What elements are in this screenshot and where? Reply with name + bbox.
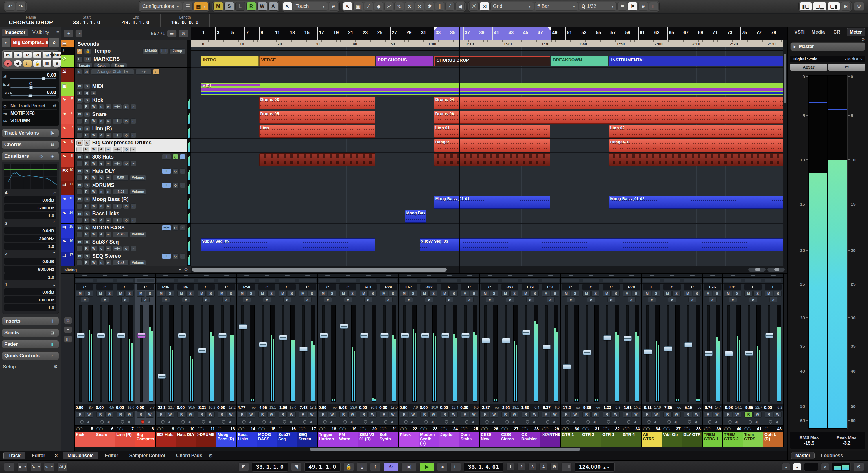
vertical-scrollbar[interactable]	[783, 40, 787, 266]
play-button[interactable]: ▶	[419, 462, 434, 472]
fader-handle[interactable]	[198, 348, 206, 353]
mute-button[interactable]: M	[157, 291, 165, 296]
no-fade-icon[interactable]: �husk	[53, 52, 61, 58]
zoom-sliders[interactable]	[748, 267, 785, 272]
primary-time-display[interactable]: 36. 1. 4. 61	[464, 462, 503, 472]
tab-editor[interactable]: Editor	[100, 452, 123, 459]
channel-strip-trem-gtrs-2[interactable]: L31MSe-9.98-14.1RW◀◯◯40TREM GTRS 2	[723, 274, 743, 447]
channel-volume-value[interactable]: 0.00	[400, 405, 407, 410]
write-button[interactable]: W	[207, 411, 215, 418]
channel-strip-moog-bass[interactable]: CMSe-4.95-13.1RW◀◯◯15MOOG BASS	[257, 274, 277, 447]
group-edit-icon[interactable]: ≡	[91, 90, 96, 96]
fader-handle[interactable]	[259, 342, 267, 347]
right-locator-display[interactable]: 49. 1. 1. 0	[304, 462, 341, 472]
channel-volume-value[interactable]: -9.39	[582, 405, 591, 410]
edit-icon[interactable]: e	[76, 69, 82, 75]
volume-label[interactable]: Volume	[130, 260, 146, 265]
audio-event[interactable]	[259, 153, 375, 166]
read-button[interactable]: R	[421, 411, 429, 418]
record-enable-button[interactable]	[404, 420, 408, 423]
audio-event[interactable]	[609, 153, 787, 166]
edit-channel-button[interactable]: e	[324, 297, 332, 302]
fader-handle[interactable]	[158, 374, 166, 379]
channel-strip-kick[interactable]: CMSe0.00-8.4RW◀◯◯5Kick	[75, 274, 95, 447]
channel-strip-cs-doubler[interactable]: L79MSe1.63-0.4RW◀◯◯28CS Doubler	[520, 274, 540, 447]
erase-tool[interactable]: ◆	[374, 2, 383, 11]
channel-strip-cs80-new[interactable]: CMSe-2.87-ooRW◀◯◯26CS80 New	[480, 274, 500, 447]
automation-state-w[interactable]: W	[257, 2, 267, 11]
record-enable-button[interactable]	[76, 132, 82, 138]
read-button[interactable]: R	[238, 411, 246, 418]
lane-seconds[interactable]: 010203040501:001:101:201:301:401:502:002…	[191, 40, 787, 47]
record-enable-button[interactable]	[76, 147, 82, 152]
solo-button[interactable]: S	[146, 291, 154, 296]
sends-icon[interactable]: ⌐	[130, 118, 136, 124]
write-button[interactable]: W	[429, 411, 437, 418]
read-button[interactable]: R	[643, 411, 651, 418]
record-enable-button[interactable]	[76, 175, 82, 181]
channel-volume-value[interactable]: 0.00	[420, 405, 428, 410]
channel-strip-trem-gtrs[interactable]: LMSe-9.65-22.7RW◀◯◯41Trem GTRS	[743, 274, 763, 447]
insert-slot[interactable]	[662, 278, 682, 284]
solo-button[interactable]: S	[490, 291, 498, 296]
record-enable-button[interactable]	[76, 218, 82, 223]
edit-channel-icon[interactable]: e	[98, 189, 104, 195]
right-zone-toggle[interactable]: ▢▮	[828, 2, 840, 11]
fader-handle[interactable]	[218, 333, 226, 338]
audio-event[interactable]: Hangar	[434, 139, 550, 152]
lane-hats-dly[interactable]	[191, 167, 787, 181]
lock-icon[interactable]: 🔒	[33, 60, 42, 67]
quantize-dropdown[interactable]: Q 1/32▼	[579, 2, 617, 11]
eq-icon[interactable]: ◇	[123, 218, 129, 223]
channel-volume-value[interactable]: 5.03	[339, 405, 347, 410]
eq-freq-value[interactable]: 800.0Hz	[4, 265, 56, 273]
record-enable-button[interactable]	[76, 118, 82, 124]
channel-name[interactable]: SEQ Stereo	[298, 432, 317, 447]
record-enable-button[interactable]	[76, 232, 82, 237]
write-button[interactable]: W	[126, 411, 134, 418]
audio-event[interactable]: Drums-04	[434, 97, 787, 109]
pan-control[interactable]: R97	[501, 284, 519, 290]
write-button[interactable]: W	[91, 118, 97, 124]
punch-out-icon[interactable]: ⤒	[370, 462, 380, 472]
read-button[interactable]: R	[76, 411, 84, 418]
fader-handle[interactable]	[117, 333, 125, 338]
inserts-icon[interactable]: ⊣⊢	[113, 161, 122, 166]
record-enable-button[interactable]	[76, 189, 82, 195]
volume-label[interactable]: Volume	[130, 232, 146, 237]
monitor-button[interactable]: ◀	[674, 420, 677, 424]
pan-control[interactable]: L51	[542, 284, 559, 290]
fader-handle[interactable]	[178, 333, 186, 338]
channel-strip-seq-stereo[interactable]: CMSe-7.48-18.1RW◀◯◯17SEQ Stereo	[298, 274, 318, 447]
volume-slider[interactable]	[10, 78, 56, 79]
eq-gain-value[interactable]: 0.0dB	[4, 288, 56, 295]
insert-slot[interactable]	[277, 278, 297, 284]
lane-snare[interactable]: Drums-05Drums-06	[191, 110, 787, 124]
track-filter-icon[interactable]: ☰	[167, 30, 177, 37]
record-enable-button[interactable]	[748, 420, 752, 423]
track-row-big-compressed-drums[interactable]: ∿8msBig Compressed Drums RWe∞⊣⊢◇⌐	[61, 138, 191, 153]
mixer-views-icon[interactable]: ⧉	[64, 317, 72, 324]
edit-channel-button[interactable]: e	[364, 297, 372, 302]
mute-button[interactable]: M	[481, 291, 489, 296]
marker-verse[interactable]: VERSE	[259, 56, 375, 66]
pan-control[interactable]: C	[96, 284, 114, 290]
mute-button[interactable]: M	[744, 291, 752, 296]
record-enable-button[interactable]	[76, 104, 82, 109]
channel-name[interactable]: TREM GTRS 1	[703, 432, 722, 447]
event-name-value[interactable]: CHORUS DROP	[9, 20, 53, 26]
insert-slot[interactable]	[682, 278, 702, 284]
mute-button[interactable]: M	[360, 291, 368, 296]
channel-volume-value[interactable]: -2.87	[480, 405, 490, 410]
lane-moog-bass[interactable]	[191, 224, 787, 238]
section-sends[interactable]: ▶Sends⊒	[2, 328, 59, 337]
audio-event[interactable]: Sub37 Seq_03	[201, 239, 375, 251]
meter-reset-button[interactable]: ⏮	[828, 64, 865, 71]
monitor-button[interactable]: ◀	[431, 420, 433, 424]
channel-name[interactable]: Moog Bass (R)	[216, 432, 237, 447]
insert-slot[interactable]	[601, 278, 621, 284]
sends-state-icon[interactable]: ⌐	[180, 225, 185, 230]
eq-icon[interactable]: ◇	[123, 246, 129, 251]
write-button[interactable]: W	[733, 411, 741, 418]
edit-channel-icon[interactable]: e	[98, 203, 104, 209]
